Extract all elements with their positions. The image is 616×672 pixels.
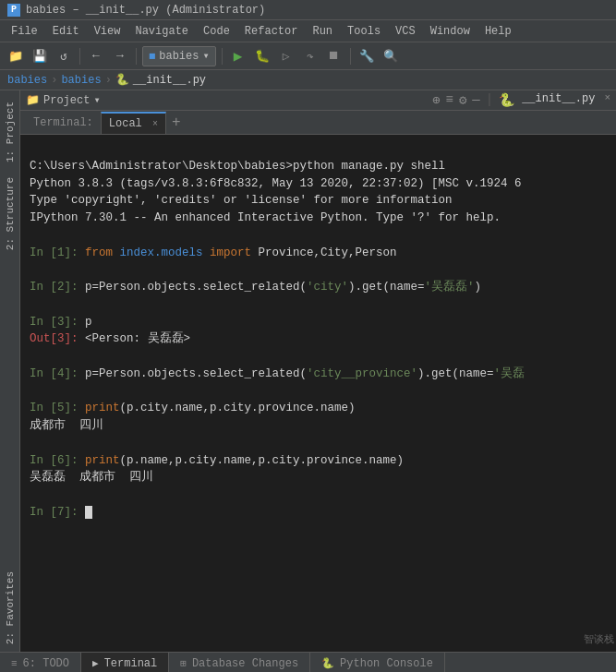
- back-btn[interactable]: ←: [86, 46, 106, 66]
- sep-icon2: ›: [105, 74, 112, 87]
- add-tab-btn[interactable]: +: [166, 114, 187, 131]
- breadcrumb-file-icon: 🐍: [115, 73, 129, 87]
- project-header: 📁 Project ▾ ⊕ ≡ ⚙ — | 🐍 __init__.py ×: [20, 90, 616, 111]
- breadcrumb-item-2[interactable]: __init__.py: [133, 74, 206, 87]
- save-btn[interactable]: 💾: [30, 46, 50, 66]
- project-label: 📁 Project ▾: [26, 93, 101, 107]
- menu-item-window[interactable]: Window: [423, 23, 477, 40]
- line-info-2: Type 'copyright', 'credits' or 'license'…: [30, 192, 607, 210]
- project-icons: ⊕ ≡ ⚙ — | 🐍 __init__.py ×: [432, 92, 610, 108]
- panel-area: 📁 Project ▾ ⊕ ≡ ⚙ — | 🐍 __init__.py × Te…: [20, 90, 616, 652]
- line-info-3: IPython 7.30.1 -- An enhanced Interactiv…: [30, 210, 607, 227]
- menu-item-code[interactable]: Code: [196, 23, 237, 40]
- menu-item-refactor[interactable]: Refactor: [237, 23, 306, 40]
- line-blank-6: [30, 435, 607, 452]
- run2-btn[interactable]: ▷: [276, 46, 296, 66]
- line-blank-3: [30, 296, 607, 314]
- step-btn[interactable]: ↷: [300, 46, 320, 66]
- line-blank-4: [30, 348, 607, 366]
- menu-item-vcs[interactable]: VCS: [388, 23, 423, 40]
- sidebar-tab-favorites[interactable]: 2: Favorites: [1, 564, 19, 652]
- menu-item-tools[interactable]: Tools: [340, 23, 388, 40]
- sidebar-tab-structure[interactable]: 2: Structure: [1, 170, 19, 258]
- line-blank-0: [30, 140, 607, 158]
- search-btn[interactable]: 🔍: [380, 46, 401, 66]
- run-btn[interactable]: ▶: [228, 46, 248, 66]
- bottom-tab-terminal[interactable]: ▶ Terminal: [81, 653, 169, 672]
- project-title: Project: [43, 94, 90, 107]
- terminal-content[interactable]: C:\Users\Administrator\Desktop\babies>py…: [20, 135, 616, 652]
- project-dropdown-label: babies: [159, 50, 199, 63]
- terminal-label-bottom: Terminal: [104, 657, 158, 670]
- line-in-3: In [3]: p: [30, 314, 607, 331]
- menu-item-file[interactable]: File: [4, 23, 45, 40]
- line-blank-2: [30, 261, 607, 279]
- line-out-3: Out[3]: <Person: 吴磊磊>: [30, 330, 607, 348]
- sidebar-tab-project[interactable]: 1: Project: [1, 94, 19, 170]
- db-label: Database Changes: [192, 657, 298, 670]
- bottom-tab-python[interactable]: 🐍 Python Console: [310, 653, 445, 672]
- add-icon[interactable]: ⊕: [432, 92, 440, 108]
- line-in-6: In [6]: print(p.name,p.city.name,p.city.…: [30, 452, 607, 470]
- line-blank-7: [30, 486, 607, 504]
- app-icon: P: [7, 4, 20, 17]
- menu-item-view[interactable]: View: [87, 23, 128, 40]
- menu-item-help[interactable]: Help: [477, 23, 519, 40]
- editor-tab-label[interactable]: __init__.py: [522, 92, 595, 108]
- line-in-7: In [7]:: [30, 504, 607, 522]
- menu-item-navigate[interactable]: Navigate: [127, 23, 196, 40]
- project-dropdown[interactable]: ◼ babies ▾: [142, 46, 216, 66]
- local-tab-label: Local: [109, 117, 142, 130]
- chevron-icon: ▾: [93, 93, 100, 107]
- breadcrumb: babies › babies › 🐍 __init__.py: [0, 70, 616, 90]
- sep4: [350, 48, 351, 65]
- editor-tab-close[interactable]: ×: [604, 92, 610, 108]
- refresh-btn[interactable]: ↺: [54, 46, 74, 66]
- python-label: Python Console: [340, 657, 433, 670]
- menu-item-run[interactable]: Run: [305, 23, 340, 40]
- local-tab[interactable]: Local ×: [101, 112, 166, 134]
- toolbar: 📁 💾 ↺ ← → ◼ babies ▾ ▶ 🐛 ▷ ↷ ⏹ 🔧 🔍: [0, 42, 616, 70]
- bottom-tab-todo[interactable]: ≡ 6: TODO: [0, 653, 81, 672]
- sep3: [222, 48, 223, 65]
- bottom-tab-db[interactable]: ⊞ Database Changes: [169, 653, 310, 672]
- todo-label: 6: TODO: [23, 657, 69, 670]
- left-sidebar: 1: Project 2: Structure 2: Favorites: [0, 90, 20, 652]
- chevron-down-icon: ▾: [202, 49, 209, 63]
- title-bar: P babies – __init__.py (Administrator): [0, 0, 616, 20]
- line-in-5: In [5]: print(p.city.name,p.city.provinc…: [30, 400, 607, 417]
- gear-icon[interactable]: ⚙: [459, 92, 466, 108]
- todo-icon: ≡: [11, 658, 18, 669]
- sep2: [136, 48, 137, 65]
- db-icon: ⊞: [180, 657, 187, 669]
- breadcrumb-item-1[interactable]: babies: [61, 74, 101, 87]
- python-icon: 🐍: [321, 657, 334, 669]
- forward-btn[interactable]: →: [110, 46, 130, 66]
- line-blank-1: [30, 227, 607, 245]
- terminal-label: Terminal:: [26, 113, 101, 133]
- line-path: C:\Users\Administrator\Desktop\babies>py…: [30, 158, 607, 175]
- divider: |: [486, 92, 493, 108]
- line-blank-5: [30, 383, 607, 401]
- local-tab-close[interactable]: ×: [152, 119, 158, 129]
- sep-icon: ›: [51, 74, 57, 87]
- line-output-5: 成都市 四川: [30, 417, 607, 435]
- breadcrumb-item-0[interactable]: babies: [7, 74, 47, 87]
- title-text: babies – __init__.py (Administrator): [26, 4, 265, 17]
- line-in-1: In [1]: from index.models import Provinc…: [30, 245, 607, 262]
- debug-btn[interactable]: 🐛: [252, 46, 272, 66]
- bottom-tabs: ≡ 6: TODO ▶ Terminal ⊞ Database Changes …: [0, 652, 616, 672]
- list-icon[interactable]: ≡: [446, 92, 453, 108]
- stop-btn[interactable]: ⏹: [324, 46, 344, 66]
- open-btn[interactable]: 📁: [6, 46, 26, 66]
- main-layout: 1: Project 2: Structure 2: Favorites 📁 P…: [0, 90, 616, 652]
- minimize-icon[interactable]: —: [472, 92, 479, 108]
- tab-bar: Terminal: Local × +: [20, 111, 616, 135]
- settings-btn[interactable]: 🔧: [356, 46, 377, 66]
- terminal-icon: ▶: [92, 657, 99, 669]
- line-in-2: In [2]: p=Person.objects.select_related(…: [30, 279, 607, 296]
- line-in-4: In [4]: p=Person.objects.select_related(…: [30, 366, 607, 383]
- menu-item-edit[interactable]: Edit: [45, 23, 87, 40]
- sep1: [79, 48, 80, 65]
- cursor: [85, 506, 92, 519]
